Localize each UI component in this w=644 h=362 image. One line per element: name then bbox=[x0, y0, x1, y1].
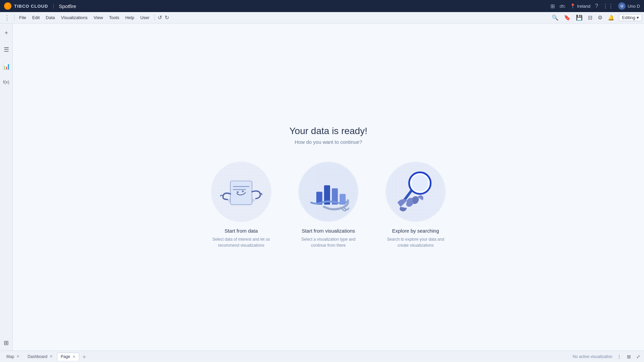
editing-label: Editing bbox=[622, 15, 635, 20]
tab-page-close-icon[interactable]: ✕ bbox=[72, 355, 75, 359]
undo-icon[interactable]: ↺ bbox=[157, 13, 163, 22]
user-area[interactable]: U Uno D bbox=[618, 2, 640, 10]
welcome-title: Your data is ready! bbox=[208, 126, 449, 136]
logo-area: 🔶 TIBCO CLOUD | Spotfire bbox=[4, 2, 76, 10]
save-icon[interactable]: 💾 bbox=[575, 13, 584, 22]
add-tab-button[interactable]: ＋ bbox=[80, 353, 89, 361]
dashboard-icon[interactable]: ⊞ bbox=[2, 338, 10, 348]
search-icon[interactable]: 🔍 bbox=[551, 13, 559, 22]
menu-help[interactable]: Help bbox=[122, 14, 137, 21]
tab-map-close-icon[interactable]: ✕ bbox=[16, 354, 19, 359]
menu-data[interactable]: Data bbox=[43, 14, 57, 21]
status-text: No active visualization bbox=[573, 354, 612, 359]
svg-point-8 bbox=[242, 190, 244, 192]
menu-file[interactable]: File bbox=[16, 14, 29, 21]
user-name: Uno D bbox=[628, 4, 640, 9]
menu-bar-right: 🔍 🔖 💾 ⊟ ⚙ 🔔 Editing ▾ bbox=[551, 13, 642, 22]
bookmark-icon[interactable]: 🔖 bbox=[563, 13, 572, 22]
search-illustration bbox=[385, 162, 446, 222]
card-start-from-data[interactable]: Start from data Select data of interest … bbox=[208, 162, 275, 248]
left-sidebar: ＋ ☰ 📊 f(x) ⊞ bbox=[0, 23, 13, 351]
location-pin-icon: 📍 bbox=[570, 3, 576, 9]
charts-icon[interactable]: 📊 bbox=[1, 61, 12, 72]
tab-more-icon[interactable]: ⋮ bbox=[616, 353, 623, 360]
tab-bar-right: No active visualization ⋮ ⊞ ⤢ bbox=[573, 353, 641, 360]
card-explore-by-searching[interactable]: Explore by searching Search to explore y… bbox=[382, 162, 449, 248]
location-text: Ireland bbox=[577, 4, 590, 9]
tab-map-label: Map bbox=[6, 354, 14, 359]
menu-view[interactable]: View bbox=[91, 14, 106, 21]
main-layout: ＋ ☰ 📊 f(x) ⊞ Your data is ready! How do … bbox=[0, 23, 644, 351]
card-circle-search bbox=[385, 162, 446, 222]
content-area: Your data is ready! How do you want to c… bbox=[13, 23, 644, 351]
pages-icon[interactable]: ☰ bbox=[2, 44, 11, 55]
filter-icon[interactable]: ⊟ bbox=[587, 13, 593, 22]
add-icon[interactable]: ＋ bbox=[2, 27, 11, 38]
card-search-title: Explore by searching bbox=[392, 228, 439, 234]
cards-row: Start from data Select data of interest … bbox=[208, 162, 449, 248]
menu-divider bbox=[14, 15, 14, 21]
location-area[interactable]: 📍 Ireland bbox=[570, 3, 590, 9]
tab-dashboard-label: Dashboard bbox=[28, 354, 47, 359]
editing-badge[interactable]: Editing ▾ bbox=[619, 14, 642, 21]
card-circle-data bbox=[211, 162, 271, 222]
app-name: Spotfire bbox=[59, 3, 76, 9]
brand-text: TIBCO CLOUD bbox=[14, 4, 48, 9]
welcome-subtitle: How do you want to continue? bbox=[208, 139, 449, 145]
tibco-logo-icon: 🔶 bbox=[4, 2, 11, 10]
top-bar-right: ⊞ dfc 📍 Ireland ? ⋮⋮ U Uno D bbox=[550, 2, 640, 10]
sidebar-bottom: ⊞ bbox=[2, 339, 10, 351]
tab-dashboard[interactable]: Dashboard ✕ bbox=[24, 353, 56, 361]
data-illustration bbox=[211, 162, 271, 222]
card-start-from-visualizations[interactable]: Start from visualizations Select a visua… bbox=[295, 162, 362, 248]
viz-illustration bbox=[298, 162, 359, 222]
tab-bar: Map ✕ Dashboard ✕ Page ✕ ＋ No active vis… bbox=[0, 351, 644, 362]
tab-expand-icon[interactable]: ⤢ bbox=[635, 353, 641, 360]
svg-rect-4 bbox=[230, 181, 252, 205]
menu-dots-icon[interactable]: ⋮ bbox=[2, 14, 12, 21]
svg-point-18 bbox=[411, 175, 428, 192]
tab-page-label: Page bbox=[61, 354, 70, 359]
card-circle-viz bbox=[298, 162, 359, 222]
card-viz-title: Start from visualizations bbox=[302, 228, 355, 234]
card-search-desc: Search to explore your data and create v… bbox=[382, 236, 449, 248]
waffle-icon[interactable]: ⋮⋮ bbox=[603, 3, 613, 9]
top-bar: 🔶 TIBCO CLOUD | Spotfire ⊞ dfc 📍 Ireland… bbox=[0, 0, 644, 12]
tab-page[interactable]: Page ✕ bbox=[57, 353, 79, 361]
dfc-label[interactable]: dfc bbox=[559, 4, 565, 9]
settings-icon[interactable]: ⚙ bbox=[597, 13, 603, 22]
redo-icon[interactable]: ↻ bbox=[164, 13, 170, 22]
card-viz-desc: Select a visualization type and continue… bbox=[295, 236, 362, 248]
menu-visualizations[interactable]: Visualizations bbox=[58, 14, 90, 21]
welcome-section: Your data is ready! How do you want to c… bbox=[208, 126, 449, 248]
avatar: U bbox=[618, 2, 626, 10]
menu-edit[interactable]: Edit bbox=[30, 14, 42, 21]
grid-icon[interactable]: ⊞ bbox=[550, 3, 555, 9]
tab-map[interactable]: Map ✕ bbox=[3, 353, 23, 361]
menu-tools[interactable]: Tools bbox=[106, 14, 122, 21]
formula-icon[interactable]: f(x) bbox=[1, 78, 11, 86]
svg-point-7 bbox=[237, 191, 238, 193]
tab-dashboard-close-icon[interactable]: ✕ bbox=[50, 354, 53, 359]
notification-icon[interactable]: 🔔 bbox=[607, 13, 615, 22]
menu-bar: ⋮ File Edit Data Visualizations View Too… bbox=[0, 12, 644, 23]
menu-user[interactable]: User bbox=[138, 14, 152, 21]
menu-divider-2 bbox=[154, 15, 155, 21]
card-data-desc: Select data of interest and let us recom… bbox=[208, 236, 275, 248]
card-data-title: Start from data bbox=[224, 228, 258, 234]
separator: | bbox=[53, 3, 54, 9]
help-icon[interactable]: ? bbox=[595, 3, 598, 9]
editing-chevron-icon: ▾ bbox=[637, 15, 639, 20]
tab-layout-icon[interactable]: ⊞ bbox=[626, 353, 632, 360]
